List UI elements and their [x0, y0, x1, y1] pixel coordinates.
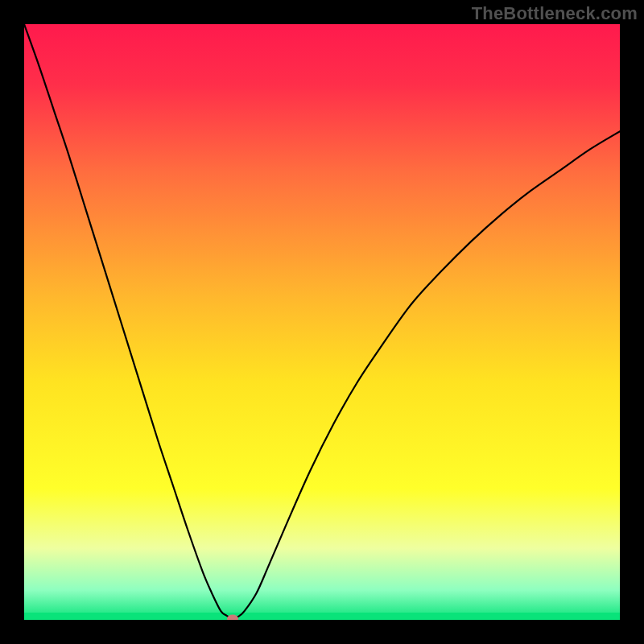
watermark: TheBottleneck.com	[472, 3, 638, 24]
bottom-strip	[24, 613, 620, 620]
plot-background	[24, 24, 620, 620]
chart-frame: TheBottleneck.com	[0, 0, 644, 644]
bottleneck-chart	[24, 24, 620, 620]
